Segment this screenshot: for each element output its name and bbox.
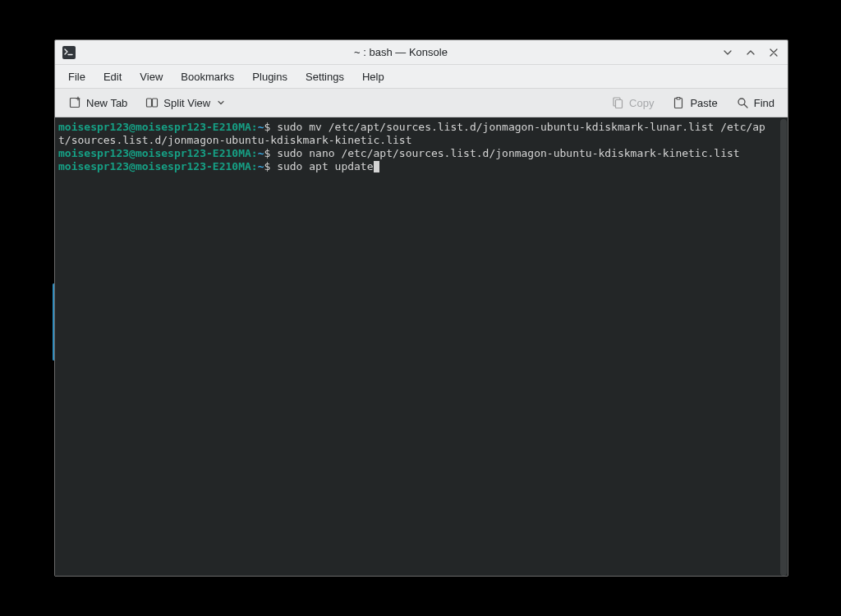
new-tab-icon (68, 96, 81, 109)
copy-label: Copy (629, 97, 654, 109)
terminal-command: sudo apt update (277, 160, 373, 172)
svg-rect-4 (153, 99, 158, 107)
menu-file[interactable]: File (60, 67, 94, 86)
search-icon (736, 96, 749, 109)
prompt-char: $ (264, 121, 277, 133)
split-view-icon (145, 96, 159, 109)
menu-settings[interactable]: Settings (297, 67, 352, 86)
paste-label: Paste (690, 97, 717, 109)
maximize-button[interactable] (743, 45, 758, 60)
terminal-scrollbar[interactable] (779, 117, 788, 576)
new-tab-button[interactable]: New Tab (62, 93, 134, 113)
svg-rect-3 (147, 99, 152, 107)
prompt-separator: : (251, 147, 258, 159)
svg-line-10 (744, 104, 747, 108)
terminal-cursor (374, 161, 379, 172)
prompt-char: $ (264, 147, 277, 159)
prompt-separator: : (251, 121, 258, 133)
prompt-user: moisespr123@moisespr123-E210MA (58, 160, 251, 172)
terminal[interactable]: moisespr123@moisespr123-E210MA:~$ sudo m… (55, 117, 779, 576)
menu-edit[interactable]: Edit (95, 67, 130, 86)
toolbar: New Tab Split View Copy (55, 88, 788, 117)
terminal-pane: moisespr123@moisespr123-E210MA:~$ sudo m… (55, 117, 788, 576)
konsole-app-icon (62, 45, 76, 60)
window-controls (720, 45, 781, 60)
terminal-line: moisespr123@moisespr123-E210MA:~$ sudo a… (58, 160, 774, 173)
minimize-button[interactable] (720, 45, 735, 60)
chevron-down-icon (217, 99, 225, 107)
find-button[interactable]: Find (729, 93, 781, 113)
prompt-user: moisespr123@moisespr123-E210MA (58, 147, 251, 159)
menu-view[interactable]: View (131, 67, 171, 86)
paste-button[interactable]: Paste (665, 93, 724, 113)
svg-rect-8 (677, 98, 680, 100)
menu-plugins[interactable]: Plugins (244, 67, 296, 86)
close-button[interactable] (766, 45, 781, 60)
window-title: ~ : bash — Konsole (81, 46, 720, 58)
prompt-separator: : (251, 160, 258, 172)
find-label: Find (754, 97, 774, 109)
konsole-window: ~ : bash — Konsole File Edit View Bookma… (54, 39, 788, 577)
terminal-line: moisespr123@moisespr123-E210MA:~$ sudo n… (58, 147, 774, 160)
paste-icon (672, 96, 685, 109)
scrollbar-thumb[interactable] (780, 119, 787, 576)
prompt-user: moisespr123@moisespr123-E210MA (58, 121, 251, 133)
menu-help[interactable]: Help (354, 67, 393, 86)
copy-icon (611, 96, 624, 109)
svg-rect-6 (616, 100, 623, 108)
menu-bookmarks[interactable]: Bookmarks (172, 67, 242, 86)
prompt-char: $ (264, 160, 277, 172)
split-view-button[interactable]: Split View (139, 93, 232, 113)
terminal-line: moisespr123@moisespr123-E210MA:~$ sudo m… (58, 121, 774, 147)
new-tab-label: New Tab (86, 97, 127, 109)
copy-button[interactable]: Copy (604, 93, 660, 113)
menubar: File Edit View Bookmarks Plugins Setting… (55, 65, 788, 88)
titlebar: ~ : bash — Konsole (55, 40, 788, 65)
split-view-label: Split View (163, 97, 210, 109)
terminal-command: sudo nano /etc/apt/sources.list.d/jonmag… (277, 147, 740, 159)
svg-rect-0 (62, 46, 76, 59)
